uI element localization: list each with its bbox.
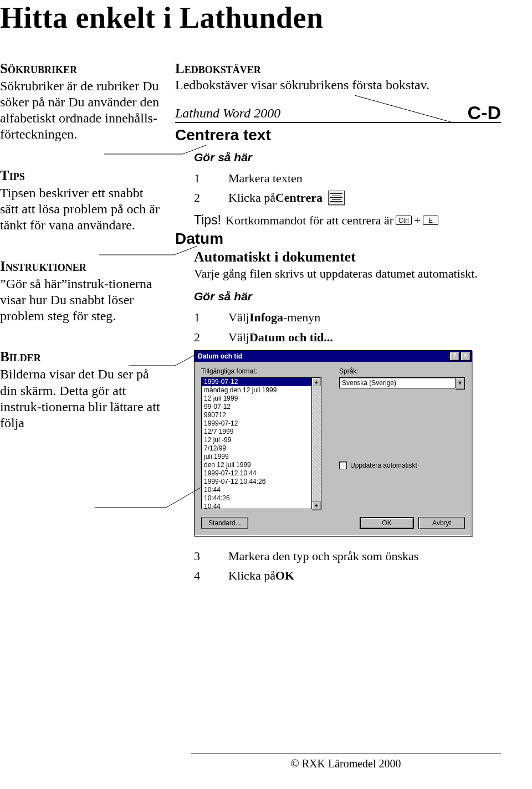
- svg-line-8: [166, 488, 201, 508]
- page: Hitta enkelt i Lathunden Sökrubriker Sök…: [0, 0, 532, 789]
- svg-line-6: [175, 352, 200, 366]
- callout-lines: [0, 0, 532, 789]
- svg-line-1: [183, 145, 206, 154]
- svg-line-4: [174, 246, 197, 255]
- svg-line-2: [355, 95, 454, 123]
